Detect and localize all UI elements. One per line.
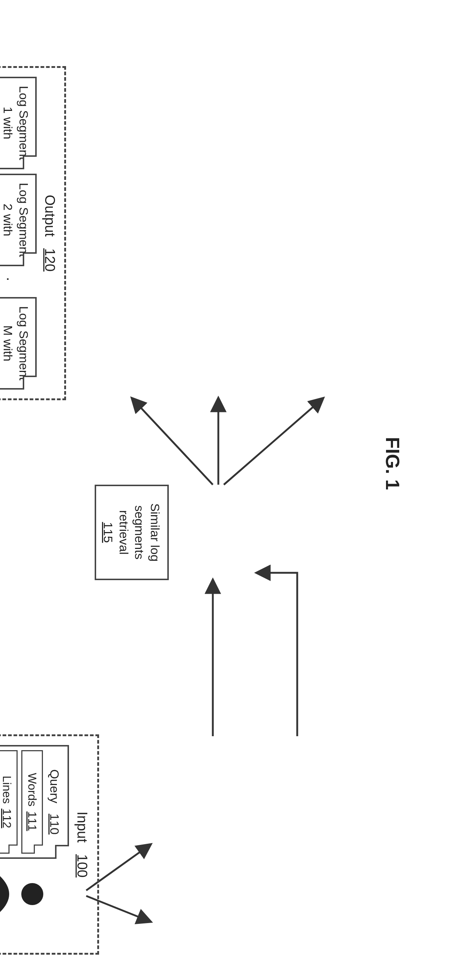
query-box: Query 110 Words 111 Lines 112 Paragraphs [0,745,69,859]
seg-line1: Log Segment 1 with [0,82,32,164]
fold-icon [55,845,69,859]
ellipsis: . . . [0,270,20,293]
fold-icon [9,845,18,854]
seg-line2: [N lines, time, similarity score] [0,302,0,385]
output-segment-m: Log Segment M with [N lines, time, simil… [0,297,37,390]
retrieval-ref: 115 [100,490,116,575]
fold-icon [34,845,43,854]
svg-line-3 [132,398,213,485]
fold-icon [23,155,37,169]
query-title-text: Query [48,769,62,803]
query-title-ref: 110 [48,814,62,835]
query-item-label: Words [26,773,39,807]
output-title-text: Output [42,195,58,237]
seg-line2: [N lines, time, similarity score] [0,179,0,261]
output-group: Output 120 Log Segment 1 with [N lines, … [0,66,66,400]
seg-line1: Log Segment 2 with [0,179,32,261]
seg-line1: Log Segment M with [0,302,32,385]
query-item-label: Lines [1,775,14,804]
query-item-ref: 112 [1,808,14,828]
query-item-ref: 111 [26,811,39,831]
retrieval-box: Similar log segments retrieval 115 [95,485,169,580]
output-segment-2: Log Segment 2 with [N lines, time, simil… [0,174,37,266]
query-title: Query 110 [47,750,63,854]
retrieval-line2: retrieval [116,490,132,575]
retrieval-line1: Similar log segments [132,490,163,575]
input-title-ref: 100 [75,854,90,877]
retrieval-box-wrap: Similar log segments retrieval 115 [95,485,169,580]
input-title: Input 100 [74,745,90,944]
output-segment-1: Log Segment 1 with [N lines, time, simil… [0,77,37,169]
figure-1-canvas: FIG. 1 Input 100 Query 110 W [15,15,440,955]
output-title-ref: 120 [42,248,58,271]
figure-label: FIG. 1 [382,437,404,547]
fold-icon [23,252,37,266]
input-title-text: Input [75,811,90,843]
query-item-words: Words 111 [22,750,43,854]
query-item-lines: Lines 112 [0,750,18,854]
output-title: Output 120 [42,77,58,390]
input-group: Input 100 Query 110 Words 111 Lines [0,734,99,955]
seg-line2: [N lines, time, similarity score] [0,82,0,164]
fold-icon [23,375,37,390]
svg-line-5 [224,398,323,485]
